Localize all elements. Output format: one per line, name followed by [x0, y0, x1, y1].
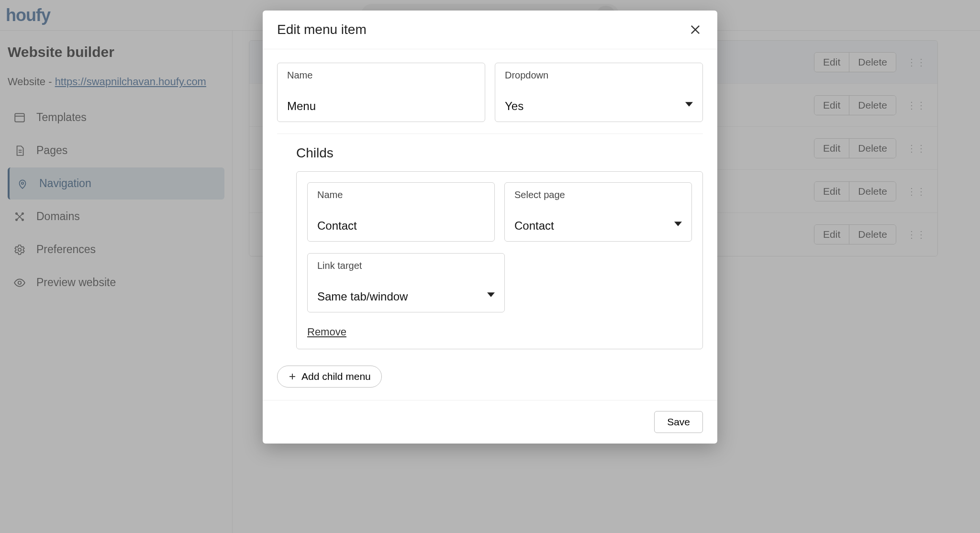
save-button[interactable]: Save [654, 411, 703, 433]
child-target-label: Link target [317, 260, 495, 271]
dropdown-value: Yes [505, 100, 693, 113]
close-button[interactable] [688, 22, 703, 37]
child-page-value: Contact [514, 219, 682, 233]
child-page-field[interactable]: Select page Contact [504, 182, 692, 242]
remove-child-link[interactable]: Remove [307, 326, 346, 338]
plus-icon [288, 372, 297, 381]
dropdown-label: Dropdown [505, 70, 693, 81]
close-icon [689, 23, 702, 36]
child-item: Name Select page Contact Link target Sam… [296, 171, 703, 349]
chevron-down-icon [685, 100, 693, 110]
childs-title: Childs [296, 145, 703, 161]
child-name-label: Name [317, 189, 485, 200]
modal-footer: Save [263, 400, 717, 444]
child-name-input[interactable] [317, 219, 485, 233]
dropdown-field[interactable]: Dropdown Yes [495, 63, 703, 122]
modal-title: Edit menu item [277, 22, 367, 37]
name-label: Name [287, 70, 475, 81]
edit-menu-modal: Edit menu item Name Dropdown Yes Childs [263, 11, 717, 444]
name-input[interactable] [287, 100, 475, 113]
divider [277, 133, 703, 134]
spacer [514, 253, 692, 312]
child-name-field[interactable]: Name [307, 182, 495, 242]
add-child-button[interactable]: Add child menu [277, 366, 382, 388]
child-target-value: Same tab/window [317, 290, 495, 303]
add-child-label: Add child menu [301, 371, 371, 382]
modal-header: Edit menu item [263, 11, 717, 49]
chevron-down-icon [674, 220, 682, 230]
modal-overlay: Edit menu item Name Dropdown Yes Childs [0, 0, 980, 533]
child-page-label: Select page [514, 189, 682, 200]
child-target-field[interactable]: Link target Same tab/window [307, 253, 505, 312]
chevron-down-icon [487, 291, 495, 300]
name-field[interactable]: Name [277, 63, 485, 122]
